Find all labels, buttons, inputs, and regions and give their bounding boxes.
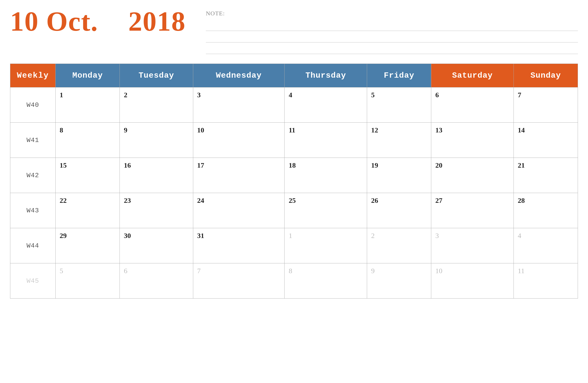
week-label: W40: [10, 87, 56, 123]
day-cell: 29: [56, 228, 120, 263]
note-line-3: [206, 44, 578, 54]
day-cell: 10: [431, 263, 514, 299]
day-cell: 8: [56, 123, 120, 158]
calendar-row: W45567891011: [10, 263, 578, 299]
day-cell: 26: [367, 193, 431, 228]
day-cell: 15: [56, 158, 120, 193]
header-date: 10 Oct. 2018: [10, 8, 186, 35]
day-cell: 5: [56, 263, 120, 299]
calendar-row: W401234567: [10, 87, 578, 123]
day-cell: 8: [285, 263, 367, 299]
day-cell: 24: [193, 193, 285, 228]
day-cell: 4: [285, 87, 367, 123]
day-cell: 18: [285, 158, 367, 193]
year: 2018: [128, 8, 186, 35]
month-day: 10 Oct.: [10, 8, 98, 35]
calendar-header-row: Weekly Monday Tuesday Wednesday Thursday…: [10, 64, 578, 87]
week-label: W45: [10, 263, 56, 299]
calendar-row: W41891011121314: [10, 123, 578, 158]
day-cell: 14: [514, 123, 578, 158]
col-tuesday: Tuesday: [120, 64, 193, 87]
week-label: W41: [10, 123, 56, 158]
day-cell: 30: [120, 228, 193, 263]
col-weekly: Weekly: [10, 64, 56, 87]
day-cell: 31: [193, 228, 285, 263]
day-cell: 3: [431, 228, 514, 263]
col-sunday: Sunday: [514, 64, 578, 87]
col-saturday: Saturday: [431, 64, 514, 87]
day-cell: 5: [367, 87, 431, 123]
day-cell: 28: [514, 193, 578, 228]
note-section: NOTE:: [206, 8, 578, 56]
day-cell: 2: [367, 228, 431, 263]
col-wednesday: Wednesday: [193, 64, 285, 87]
day-cell: 19: [367, 158, 431, 193]
page-header: 10 Oct. 2018 NOTE:: [10, 8, 578, 56]
day-cell: 4: [514, 228, 578, 263]
col-friday: Friday: [367, 64, 431, 87]
day-cell: 10: [193, 123, 285, 158]
day-cell: 7: [193, 263, 285, 299]
week-label: W44: [10, 228, 56, 263]
day-cell: 22: [56, 193, 120, 228]
day-cell: 11: [514, 263, 578, 299]
day-cell: 7: [514, 87, 578, 123]
day-cell: 27: [431, 193, 514, 228]
day-cell: 20: [431, 158, 514, 193]
day-cell: 12: [367, 123, 431, 158]
day-cell: 3: [193, 87, 285, 123]
day-cell: 1: [285, 228, 367, 263]
day-cell: 1: [56, 87, 120, 123]
day-cell: 6: [431, 87, 514, 123]
day-cell: 23: [120, 193, 193, 228]
day-cell: 9: [367, 263, 431, 299]
day-cell: 9: [120, 123, 193, 158]
calendar-row: W4215161718192021: [10, 158, 578, 193]
col-monday: Monday: [56, 64, 120, 87]
calendar-row: W442930311234: [10, 228, 578, 263]
day-cell: 21: [514, 158, 578, 193]
note-line-1: [206, 21, 578, 31]
calendar-row: W4322232425262728: [10, 193, 578, 228]
week-label: W42: [10, 158, 56, 193]
col-thursday: Thursday: [285, 64, 367, 87]
day-cell: 13: [431, 123, 514, 158]
note-label: NOTE:: [206, 10, 578, 17]
note-line-2: [206, 33, 578, 42]
day-cell: 16: [120, 158, 193, 193]
day-cell: 11: [285, 123, 367, 158]
day-cell: 2: [120, 87, 193, 123]
day-cell: 6: [120, 263, 193, 299]
day-cell: 25: [285, 193, 367, 228]
calendar-table: Weekly Monday Tuesday Wednesday Thursday…: [10, 64, 578, 299]
week-label: W43: [10, 193, 56, 228]
day-cell: 17: [193, 158, 285, 193]
